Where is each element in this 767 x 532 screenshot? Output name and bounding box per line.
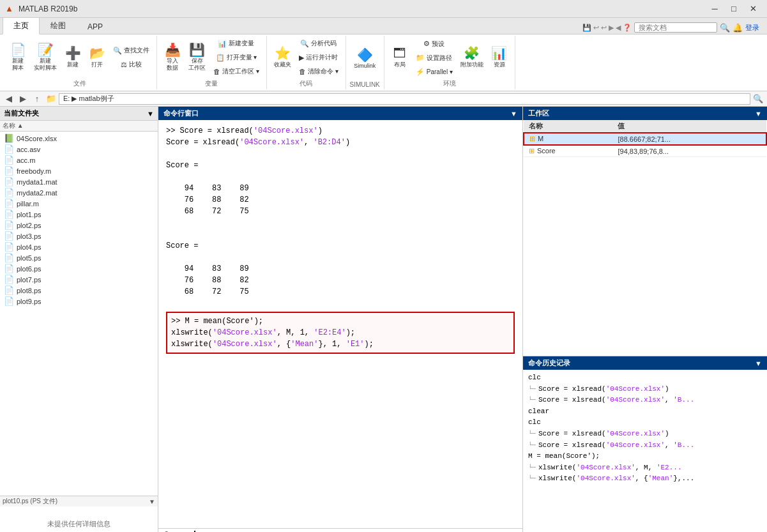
file-name: acc.asv	[17, 146, 40, 153]
list-item[interactable]: 📄 mydata2.mat	[1, 187, 156, 198]
login-button[interactable]: 登录	[745, 23, 759, 33]
workspace-menu[interactable]: ▼	[755, 110, 762, 118]
list-item[interactable]: 📄 plot9.ps	[1, 296, 156, 307]
list-item[interactable]: └─ Score = xlsread('04Score.xlsx', 'B...	[528, 395, 762, 406]
list-item[interactable]: 📄 plot5.ps	[1, 252, 156, 263]
parallel-button[interactable]: ⚡ Parallel ▾	[413, 66, 456, 78]
history-menu[interactable]: ▼	[755, 360, 762, 367]
list-item[interactable]: clc	[528, 417, 762, 429]
minimize-button[interactable]: ─	[706, 2, 724, 16]
table-row[interactable]: ⊞M [88.6667;82;71...	[524, 133, 766, 145]
open-button[interactable]: 📂 打开	[86, 45, 109, 71]
list-item[interactable]: 📄 pillar.m	[1, 198, 156, 209]
file-icon: 📄	[4, 144, 14, 154]
nav-search[interactable]: 🔍	[752, 93, 764, 105]
history-title: 命令历史记录	[528, 358, 570, 368]
compare-button[interactable]: ⚖ 比较	[110, 58, 153, 71]
compare-icon: ⚖	[121, 61, 127, 69]
footer-dropdown[interactable]: ▼	[149, 498, 155, 505]
list-item[interactable]: 📄 plot6.ps	[1, 263, 156, 274]
new-script-button[interactable]: 📄 新建脚本	[6, 42, 29, 73]
maximize-button[interactable]: □	[725, 2, 743, 16]
cmd-line: >> M = mean(Score');	[171, 315, 510, 327]
list-item[interactable]: └─ Score = xlsread('04Score.xlsx')	[528, 429, 762, 440]
clear-workspace-button[interactable]: 🗑 清空工作区 ▾	[210, 65, 262, 78]
list-item[interactable]: └─ Score = xlsread('04Score.xlsx', 'B...	[528, 440, 762, 452]
cmd-line: Score = xlsread('04Score.xlsx', 'B2:D4')	[166, 137, 515, 148]
run-time-button[interactable]: ▶ 运行并计时	[296, 51, 342, 64]
table-row[interactable]: ⊞Score [94,83,89;76,8...	[524, 145, 766, 157]
tab-home[interactable]: 主页	[3, 17, 40, 34]
nav-up[interactable]: ↑	[31, 93, 43, 105]
cmd-line	[166, 229, 515, 240]
settings-button[interactable]: ⚙ 预设	[413, 38, 456, 50]
simulink-buttons: 🔷 Simulink	[351, 37, 379, 80]
file-name: plot2.ps	[17, 222, 42, 229]
open-label: 打开	[91, 61, 103, 69]
list-item[interactable]: 📄 mydata1.mat	[1, 176, 156, 187]
open-var-button[interactable]: 📋 打开变量 ▾	[210, 51, 262, 64]
list-item[interactable]: 📄 plot4.ps	[1, 241, 156, 252]
files-panel-menu[interactable]: ▼	[147, 110, 154, 118]
clr-cmd-icon: 🗑	[299, 68, 306, 75]
favorites-button[interactable]: ⭐ 收藏夹	[271, 45, 294, 71]
search-input[interactable]	[634, 22, 717, 33]
find-file-button[interactable]: 🔍 查找文件	[110, 44, 153, 57]
save-button[interactable]: 💾 保存工作区	[185, 42, 209, 73]
var-buttons: 📥 导入数据 💾 保存工作区 📊 新建变量 📋 打开变量 ▾ 🗑 清空工作区	[161, 37, 262, 78]
nav-browse[interactable]: 📁	[45, 93, 57, 105]
list-item[interactable]: └─ xlswrite('04Score.xlsx', {'Mean'},...	[528, 473, 762, 485]
list-item[interactable]: └─ Score = xlsread('04Score.xlsx')	[528, 384, 762, 395]
addon-icon: 🧩	[464, 47, 480, 59]
favorites-label: 收藏夹	[274, 61, 291, 69]
hist-text: xlswrite('04Score.xlsx', M, 'E2...	[538, 462, 681, 474]
list-item[interactable]: 📗 04Score.xlsx	[1, 133, 156, 144]
list-item[interactable]: clc	[528, 372, 762, 384]
list-item[interactable]: └─ xlswrite('04Score.xlsx', M, 'E2...	[528, 462, 762, 474]
simulink-button[interactable]: 🔷 Simulink	[351, 47, 379, 71]
close-button[interactable]: ✕	[744, 2, 762, 16]
file-icon: 📄	[4, 209, 14, 219]
file-icon: 📄	[4, 177, 14, 186]
list-item[interactable]: 📄 plot8.ps	[1, 285, 156, 296]
set-path-button[interactable]: 📁 设置路径	[413, 52, 456, 65]
list-item[interactable]: 📄 acc.m	[1, 155, 156, 165]
cmd-line: 94 83 89	[166, 183, 515, 194]
tab-app[interactable]: APP	[77, 19, 114, 34]
path-icon: 📁	[416, 54, 425, 62]
list-item[interactable]: clear	[528, 406, 762, 418]
nav-forward[interactable]: ▶	[17, 93, 29, 105]
import-button[interactable]: 📥 导入数据	[161, 42, 184, 73]
cmd-line: 94 83 89	[166, 263, 515, 275]
list-item[interactable]: 📄 plot7.ps	[1, 274, 156, 285]
cmd-line: Score =	[166, 240, 515, 252]
layout-button[interactable]: 🗔 布局	[388, 45, 411, 71]
new-var-button[interactable]: 📊 新建变量	[210, 37, 262, 50]
hist-text: M = mean(Score');	[528, 451, 600, 462]
new-button[interactable]: ➕ 新建	[61, 45, 84, 71]
list-item[interactable]: 📄 acc.asv	[1, 144, 156, 155]
list-item[interactable]: M = mean(Score');	[528, 451, 762, 462]
list-item[interactable]: 📄 plot1.ps	[1, 209, 156, 220]
search-icon[interactable]: 🔍	[720, 23, 730, 33]
list-item[interactable]: 📄 plot2.ps	[1, 220, 156, 231]
addon-button[interactable]: 🧩 附加功能	[457, 45, 487, 71]
list-item[interactable]: 📄 plot3.ps	[1, 231, 156, 241]
nav-back[interactable]: ◀	[3, 93, 15, 105]
simulink-label: Simulink	[354, 63, 376, 69]
cmd-menu[interactable]: ▼	[510, 110, 517, 118]
clear-cmd-button[interactable]: 🗑 清除命令 ▾	[296, 65, 342, 78]
file-icon: 📄	[4, 220, 14, 230]
resource-button[interactable]: 📊 资源	[488, 45, 511, 71]
notification-icon[interactable]: 🔔	[733, 23, 743, 33]
save-label: 保存工作区	[188, 57, 206, 72]
col-name-header: 名称	[524, 120, 612, 133]
list-item[interactable]: 📄 freebody.m	[1, 165, 156, 176]
new-live-script-button[interactable]: 📝 新建实时脚本	[31, 42, 60, 73]
var-group-label: 变量	[205, 79, 218, 88]
cmd-body[interactable]: >> Score = xlsread('04Score.xlsx') Score…	[158, 120, 522, 528]
analyze-code-button[interactable]: 🔍 分析代码	[296, 37, 342, 50]
detail-info: 未提供任何详细信息	[0, 506, 158, 532]
tab-plot[interactable]: 绘图	[40, 17, 77, 34]
file-icon: 📄	[4, 296, 14, 306]
